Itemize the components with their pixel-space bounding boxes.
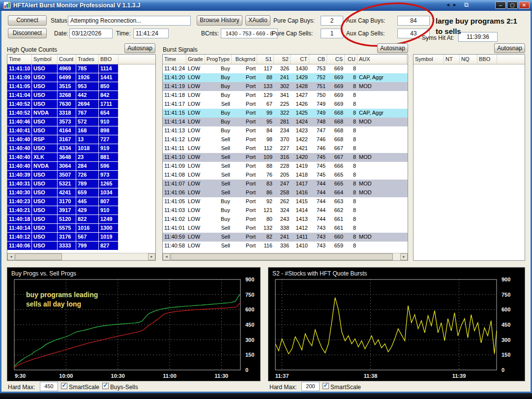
table-row[interactable]: 11:41:12LOWSellPort9837014227466688 [163,135,408,144]
table-row[interactable]: 11:41:10LOWSellPort10931614207456678MOD [163,153,408,162]
xaudio-button[interactable]: XAudio [245,15,270,26]
buys-sells-checkbox[interactable] [102,383,109,389]
column-header-bbo[interactable]: BBO [99,55,118,64]
column-header-aux[interactable]: AUX [357,55,407,64]
table-row[interactable]: 11:40:06USO3333799827 [7,242,118,250]
scroll-left-icon[interactable]: ◄ [7,253,15,260]
minimize-button[interactable]: – [495,1,506,9]
forward-arrow-icon[interactable]: ► [452,2,457,7]
back-arrow-icon[interactable]: ◄ [445,2,450,7]
table-row[interactable]: 11:41:14LOWBuyPort9528114247486688MOD [163,118,408,126]
horizontal-scrollbar[interactable]: ◄ ► [7,253,155,260]
table-row[interactable]: 11:40:30USO42416591034 [7,188,118,197]
column-header-cs[interactable]: CS [327,55,345,64]
column-header-nq[interactable]: NQ [460,55,477,64]
scrollbar-thumb[interactable] [15,253,62,260]
table-row[interactable]: 11:41:05LOWBuyPort9226214157446638 [163,197,408,206]
table-row[interactable]: 11:41:03LOWBuyPort12132414147446628 [163,206,408,215]
table-row[interactable]: 11:41:01LOWSellPort13233814127436618 [163,224,408,233]
table-row[interactable]: 11:41:06LOWSellPort8625814167446648MOD [163,188,408,197]
horizontal-scrollbar[interactable]: ◄ ► [163,253,408,260]
time-value-box[interactable]: 11:41:24 [133,29,169,38]
disconnect-button[interactable]: Disconnect [8,28,47,38]
cell: NVDA [32,162,58,170]
table-row[interactable]: 11:41:09USO649919261441 [7,73,118,82]
table-row[interactable]: 11:41:07LOWSellPort8324714177446658MOD [163,180,408,188]
table-row[interactable]: 11:40:40RSP316713727 [7,135,118,144]
table-row[interactable]: 11:40:12USO31765671019 [7,233,118,242]
cell: Port [232,109,257,118]
autosnap-button-burst[interactable]: Autosnap [377,43,408,53]
column-header-cb[interactable]: CB [309,55,327,64]
table-row[interactable]: 11:40:40USO43341018919 [7,144,118,153]
table-row[interactable]: 11:40:52NVDA3318767654 [7,109,118,118]
browse-history-button[interactable]: Browse History [197,15,242,26]
table-row[interactable]: 11:40:40NVDA3064284596 [7,162,118,171]
table-row[interactable]: 11:40:18USO51208221249 [7,215,118,224]
table-row[interactable]: 11:41:02LOWBuyPort8024314137446618 [163,215,408,224]
column-header-cu[interactable]: CU [345,55,357,64]
column-header-symbol[interactable]: Symbol [32,55,58,64]
cell: 8 [345,109,357,118]
window-switch-icon[interactable]: ⧉ [464,1,469,9]
table-row[interactable]: 11:40:23USO3170445807 [7,197,118,206]
maximize-button[interactable]: ▢ [507,1,518,9]
status-value-box[interactable]: Attempting Reconnection... [68,16,191,26]
table-row[interactable]: 11:41:19LOWBuyPort13330214287516698MOD [163,82,408,91]
scroll-right-icon[interactable]: ► [400,253,408,260]
table-row[interactable]: 11:41:08LOWSellPort7620514187456658 [163,171,408,180]
column-header-symbol[interactable]: Symbol [414,55,444,64]
scroll-left-icon[interactable]: ◄ [163,253,170,260]
title-bar[interactable]: HFTAlert Burst Monitor Professional V 1.… [0,0,532,11]
close-button[interactable]: ✕ [519,1,530,9]
hard-max-input-left[interactable]: 450 [40,382,58,391]
column-header-time[interactable]: Time [163,55,186,64]
bcnts-value-box[interactable]: 1430 - 753 - 669 - 8 [221,29,278,38]
table-row[interactable]: 11:40:41USO4164168898 [7,126,118,135]
table-row[interactable]: 11:40:40XLK364823881 [7,153,118,162]
table-row[interactable]: 11:40:14USO557510161300 [7,224,118,233]
column-header-bbo[interactable]: BBO [477,55,497,64]
table-row[interactable]: 11:41:05USO3515953850 [7,82,118,91]
table-row[interactable]: 11:40:31USO53217891265 [7,180,118,188]
table-row[interactable]: 11:41:15LOWBuyPort9932214257496688CAP, A… [163,109,408,118]
column-header-bckgrnd[interactable]: Bckgrnd [232,55,257,64]
cell: 668 [327,135,345,144]
column-header-time[interactable]: Time [7,55,32,64]
table-row[interactable]: 11:40:58LOWSellPort11633614107436598 [163,242,408,250]
column-header-grade[interactable]: Grade [186,55,205,64]
column-header-trades[interactable]: Trades [76,55,99,64]
table-row[interactable]: 11:41:04USO3268442842 [7,91,118,100]
column-header-count[interactable]: Count [58,55,76,64]
scroll-right-icon[interactable]: ► [148,253,155,260]
table-row[interactable]: 11:40:39USO3507726973 [7,171,118,180]
smartscale-checkbox-right[interactable] [323,383,329,389]
table-row[interactable]: 11:40:21USO3917429910 [7,206,118,215]
table-row[interactable]: 11:41:11LOWSellPort11222714217466678 [163,144,408,153]
hard-max-input-right[interactable]: 200 [301,382,320,391]
cell: 324 [274,206,291,215]
scrollbar-thumb[interactable] [171,253,393,260]
table-row[interactable]: 11:40:59LOWSellPort8224114117436608MOD [163,233,408,242]
table-row[interactable]: 11:41:09LOWSellPort8822814197456668 [163,162,408,171]
cell: Buy [205,206,232,215]
cell: RSP [32,135,58,144]
autosnap-button-syms[interactable]: Autosnap [494,43,525,53]
table-row[interactable]: 11:41:10USO49697851114 [7,64,118,73]
table-row[interactable]: 11:41:20LOWBuyPort8824114297526698CAP, A… [163,73,408,82]
table-row[interactable]: 11:41:13LOWBuyPort8423414237476688 [163,126,408,135]
column-header-ct[interactable]: CT [291,55,309,64]
connect-button[interactable]: Connect [8,15,47,26]
smartscale-checkbox-left[interactable] [61,383,67,389]
table-row[interactable]: 11:41:17LOWSellPort6722514267496698 [163,100,408,109]
table-row[interactable]: 11:41:24LOWBuyPort11732614307536698 [163,64,408,73]
column-header-nt[interactable]: NT [444,55,460,64]
column-header-s1[interactable]: S1 [257,55,274,64]
table-row[interactable]: 11:40:46USO3573572910 [7,118,118,126]
column-header-s2[interactable]: S2 [274,55,291,64]
column-header-progtype[interactable]: ProgType [205,55,232,64]
table-row[interactable]: 11:41:18LOWBuyPort12934114277506698 [163,91,408,100]
date-value-box[interactable]: 03/12/2026 [69,29,113,38]
table-row[interactable]: 11:40:52USO763026941711 [7,100,118,109]
autosnap-button-high-quote[interactable]: Autosnap [124,43,155,53]
